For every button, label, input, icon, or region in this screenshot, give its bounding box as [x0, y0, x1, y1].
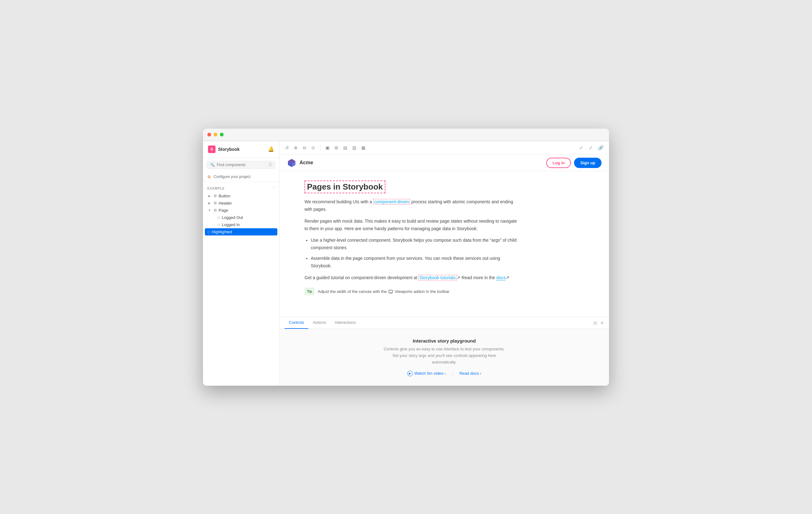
svg-rect-5: [390, 293, 392, 293]
storybook-tutorials-link[interactable]: Storybook tutorials: [418, 275, 457, 280]
toolbar-viewport-icon[interactable]: ▦: [360, 144, 367, 151]
example-section: EXAMPLE ⌃ ▶ ⊞ Button ▶ ⊞ Header ▼: [203, 182, 279, 238]
panel-tabs: Controls Actions Interactions ⊟ ✕: [280, 317, 609, 329]
header-buttons: Log in Sign up: [546, 158, 602, 168]
sidebar-item-page-label: Page: [219, 208, 228, 213]
toolbar-divider: [320, 145, 320, 151]
toolbar: ↺ ⊕ ⊖ ⊙ ▣ ⊞ ▤ ▥ ▦ ⤢ ⤤ 🔗: [280, 141, 609, 155]
story-icon: ◻: [207, 230, 210, 234]
toolbar-left: ↺ ⊕ ⊖ ⊙ ▣ ⊞ ▤ ▥ ▦: [284, 144, 574, 151]
search-input[interactable]: [217, 163, 267, 167]
links-divider: |: [452, 371, 453, 376]
toolbar-fullscreen-icon[interactable]: ⤢: [578, 144, 584, 151]
play-icon: ▶: [407, 371, 413, 376]
section-header: EXAMPLE ⌃: [203, 185, 279, 192]
watch-video-link[interactable]: ▶ Watch 5m video ›: [407, 371, 446, 376]
bullet-2: Assemble data in the page component from…: [311, 255, 517, 270]
component-icon: ⊞: [213, 194, 217, 198]
sidebar-header: S Storybook 🔔: [203, 141, 279, 158]
tutorial-text-middle: ↗ Read more in the: [457, 275, 496, 280]
section-chevron-icon[interactable]: ⌃: [272, 187, 275, 191]
sidebar-item-logged-out-label: Logged Out: [222, 215, 243, 220]
canvas-header: Acme Log in Sign up: [280, 155, 609, 171]
toolbar-zoom-in-icon[interactable]: ⊕: [293, 144, 299, 151]
app-body: S Storybook 🔔 🔍 / ⚙ Configure your proje…: [203, 141, 609, 385]
svg-rect-4: [389, 290, 393, 293]
toolbar-layout-icon[interactable]: ⊞: [333, 144, 340, 151]
tutorial-text-before: Get a guided tutorial on component-drive…: [304, 275, 418, 280]
panel-tabs-right: ⊟ ✕: [593, 320, 604, 325]
bottom-panel: Controls Actions Interactions ⊟ ✕: [280, 317, 609, 385]
panel-close-icon[interactable]: ✕: [600, 320, 604, 325]
sidebar-item-logged-in[interactable]: ◻ Logged In: [203, 221, 279, 228]
toolbar-open-new-icon[interactable]: ⤤: [587, 144, 594, 151]
sidebar-logo: S Storybook: [208, 145, 239, 153]
main-area: ↺ ⊕ ⊖ ⊙ ▣ ⊞ ▤ ▥ ▦ ⤢ ⤤ 🔗: [280, 141, 609, 385]
component-driven-link[interactable]: component-driven: [373, 199, 410, 204]
read-docs-link[interactable]: Read docs ›: [459, 371, 481, 376]
tip-badge: Tip: [304, 288, 315, 295]
titlebar: [203, 128, 609, 141]
tree-toggle-icon: ▼: [207, 208, 212, 212]
configure-project-item[interactable]: ⚙ Configure your project: [203, 172, 279, 182]
acme-branding: Acme: [287, 158, 313, 167]
viewport-icon: [388, 289, 393, 294]
sidebar-item-logged-out[interactable]: ◻ Logged Out: [203, 214, 279, 221]
toolbar-view-icon[interactable]: ▥: [351, 144, 357, 151]
component-icon: ⊞: [213, 208, 217, 212]
configure-icon: ⚙: [207, 175, 211, 179]
story-icon: ◻: [218, 223, 220, 226]
sidebar-notification-icon[interactable]: 🔔: [268, 146, 274, 152]
section-label: EXAMPLE: [207, 187, 225, 190]
search-bar[interactable]: 🔍 /: [207, 161, 276, 169]
tutorial-links: Get a guided tutorial on component-drive…: [304, 274, 517, 282]
tip-box: Tip Adjust the width of the canvas with …: [304, 288, 517, 295]
acme-logo-icon: [287, 158, 296, 167]
login-button[interactable]: Log in: [546, 158, 571, 168]
minimize-button[interactable]: [213, 133, 218, 137]
search-icon: 🔍: [210, 163, 215, 167]
toolbar-panel-icon[interactable]: ▤: [342, 144, 349, 151]
sidebar: S Storybook 🔔 🔍 / ⚙ Configure your proje…: [203, 141, 280, 385]
signup-button[interactable]: Sign up: [574, 158, 602, 168]
story-body: We recommend building UIs with a compone…: [304, 198, 517, 295]
story-intro: We recommend building UIs with a compone…: [304, 198, 517, 213]
story-render-para: Render pages with mock data. This makes …: [304, 218, 517, 233]
story-icon: ◻: [218, 216, 220, 219]
sidebar-item-highlighted-label: Highlighted: [212, 230, 232, 234]
tab-interactions[interactable]: Interactions: [330, 317, 360, 329]
sidebar-item-header-label: Header: [219, 201, 232, 205]
tree-toggle-icon: ▶: [207, 201, 212, 205]
sidebar-item-button[interactable]: ▶ ⊞ Button: [203, 192, 279, 200]
storybook-logo-icon: S: [208, 145, 215, 153]
maximize-button[interactable]: [220, 133, 224, 137]
sidebar-item-page[interactable]: ▼ ⊞ Page: [203, 207, 279, 214]
docs-link[interactable]: docs: [496, 275, 505, 280]
tip-text: Adjust the width of the canvas with the …: [318, 288, 450, 295]
story-bullets: Use a higher-level connected component. …: [311, 237, 517, 269]
sidebar-item-highlighted[interactable]: ◻ Highlighted: [205, 228, 277, 235]
canvas-content: Pages in Storybook We recommend building…: [280, 171, 609, 317]
search-shortcut-badge: /: [268, 163, 272, 167]
tab-actions[interactable]: Actions: [308, 317, 330, 329]
tree-toggle-icon: ▶: [207, 194, 212, 198]
panel-split-icon[interactable]: ⊟: [593, 320, 597, 325]
app-window: S Storybook 🔔 🔍 / ⚙ Configure your proje…: [203, 128, 609, 385]
close-button[interactable]: [207, 133, 211, 137]
toolbar-zoom-reset-icon[interactable]: ⊙: [310, 144, 316, 151]
bullet-1: Use a higher-level connected component. …: [311, 237, 517, 252]
panel-content: Interactive story playground Controls gi…: [280, 329, 609, 385]
toolbar-zoom-out-icon[interactable]: ⊖: [301, 144, 308, 151]
toolbar-link-icon[interactable]: 🔗: [597, 144, 605, 151]
sidebar-logo-text: Storybook: [218, 147, 239, 152]
sidebar-item-logged-in-label: Logged In: [222, 222, 240, 227]
playground-desc: Controls give you an easy to use interfa…: [382, 346, 507, 365]
toolbar-right: ⤢ ⤤ 🔗: [578, 144, 605, 151]
toolbar-refresh-icon[interactable]: ↺: [284, 144, 290, 151]
playground-links: ▶ Watch 5m video › | Read docs ›: [407, 371, 481, 376]
tab-controls[interactable]: Controls: [285, 317, 308, 329]
sidebar-item-header[interactable]: ▶ ⊞ Header: [203, 200, 279, 207]
configure-project-label: Configure your project: [213, 175, 251, 179]
sidebar-item-button-label: Button: [219, 194, 231, 198]
toolbar-grid-icon[interactable]: ▣: [324, 144, 331, 151]
